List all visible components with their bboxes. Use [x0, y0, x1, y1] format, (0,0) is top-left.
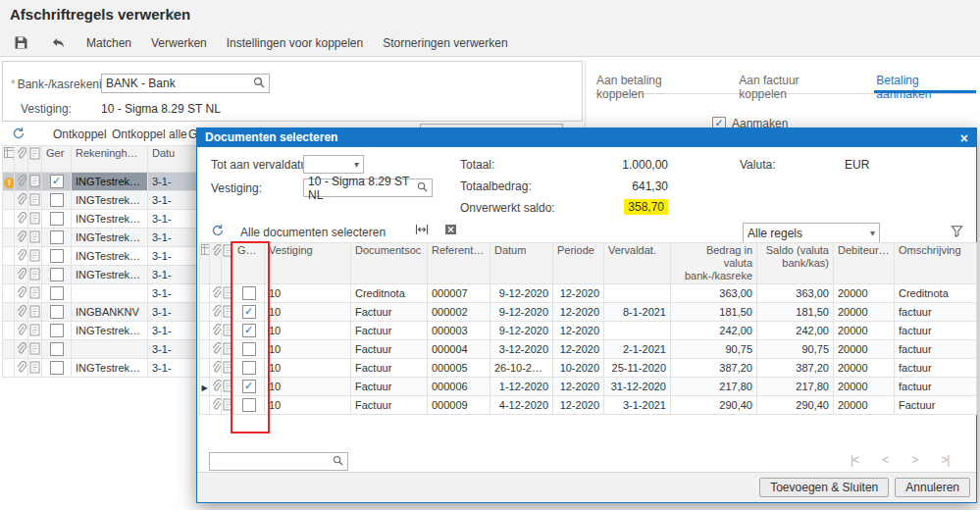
tab-aan-betaling-koppelen[interactable]: Aan betaling koppelen	[594, 71, 711, 93]
attachment-icon[interactable]	[16, 196, 26, 208]
first-page-icon[interactable]: |<	[851, 453, 858, 467]
bank-account-field[interactable]: BANK - Bank	[101, 74, 270, 93]
doc-cell[interactable]: 10	[265, 340, 351, 359]
tab-aan-factuur-koppelen[interactable]: Aan factuur koppelen	[737, 71, 849, 93]
doc-cell[interactable]: 20000	[834, 303, 895, 322]
doc-cell[interactable]: Creditnota	[351, 284, 428, 303]
tab-betaling-aanmaken[interactable]: Betaling aanmaken	[874, 71, 976, 93]
doc-cell[interactable]: 000003	[428, 322, 490, 340]
document-row[interactable]: 10Factuur0000094-12-202012-20203-1-20212…	[200, 396, 977, 415]
doc-cell[interactable]: 290,40	[757, 396, 834, 415]
doc-cell[interactable]: 12-2020	[553, 378, 604, 396]
attachment-icon[interactable]	[16, 215, 26, 227]
doc-cell[interactable]: Factuur	[351, 340, 428, 359]
doc-cell[interactable]: Factuur	[351, 378, 428, 396]
attachment-icon[interactable]	[16, 271, 26, 282]
doc-cell[interactable]: 12-2020	[553, 303, 604, 322]
doc-col-header[interactable]: Datum	[490, 243, 553, 284]
date-cell[interactable]: 3-1-	[148, 359, 197, 378]
doc-cell[interactable]: 363,00	[671, 284, 757, 303]
attachment-icon[interactable]	[211, 327, 222, 338]
doc-cell[interactable]: factuur	[895, 359, 977, 378]
row-checkbox[interactable]	[242, 361, 256, 375]
toolbar-storneringen-verwerken[interactable]: Storneringen verwerken	[383, 36, 507, 50]
date-cell[interactable]: 3-1-	[148, 322, 197, 340]
doc-cell[interactable]: 12-2020	[553, 340, 604, 359]
doc-cell[interactable]: 10	[265, 378, 351, 396]
fit-width-icon[interactable]	[415, 224, 429, 238]
account-cell[interactable]	[72, 284, 148, 303]
account-cell[interactable]	[72, 340, 148, 359]
note-icon[interactable]	[29, 289, 40, 301]
doc-cell[interactable]: 181,50	[757, 303, 834, 322]
attachment-icon[interactable]	[16, 252, 26, 264]
attachment-icon[interactable]	[16, 364, 26, 376]
account-cell[interactable]: INGTestreke...	[72, 247, 148, 266]
account-cell[interactable]: INGTestreke...	[72, 322, 148, 340]
doc-cell[interactable]: 9-12-2020	[490, 284, 553, 303]
account-cell[interactable]: INGTestreke...	[72, 191, 148, 210]
last-page-icon[interactable]: >|	[941, 453, 949, 467]
select-all-documents-button[interactable]: Alle documenten selecteren	[240, 226, 386, 239]
doc-cell[interactable]: 90,75	[757, 340, 834, 359]
document-row[interactable]: 10Factuur00000526-10-202010-202025-11-20…	[200, 359, 977, 378]
doc-cell[interactable]: 10	[265, 303, 351, 322]
attachment-icon[interactable]	[211, 382, 222, 394]
doc-cell[interactable]: 4-12-2020	[490, 396, 553, 415]
row-checkbox[interactable]	[50, 212, 64, 226]
document-row[interactable]: 10Factuur0000039-12-202012-2020242,00242…	[200, 322, 977, 340]
doc-cell[interactable]: 2-1-2021	[604, 340, 671, 359]
row-checkbox[interactable]	[50, 361, 64, 375]
doc-col-header[interactable]: Gese	[233, 243, 265, 284]
account-cell[interactable]: INGTestreke...	[72, 359, 148, 378]
row-checkbox[interactable]	[242, 398, 256, 412]
row-checkbox[interactable]	[50, 230, 64, 244]
toolbar-matchen[interactable]: Matchen	[86, 36, 131, 50]
doc-cell[interactable]: 31-12-2020	[604, 378, 671, 396]
doc-cell[interactable]: Factuur	[351, 322, 428, 340]
doc-cell[interactable]: 10	[265, 359, 351, 378]
row-checkbox[interactable]	[242, 305, 256, 319]
account-cell[interactable]: INGTestreke...	[72, 266, 148, 284]
note-icon[interactable]	[29, 233, 40, 245]
note-icon[interactable]	[29, 345, 40, 357]
doc-col-header[interactable]: Vestiging	[265, 243, 351, 284]
doc-cell[interactable]: 3-12-2020	[490, 340, 553, 359]
date-cell[interactable]: 3-1-	[148, 191, 197, 210]
attachment-icon[interactable]	[211, 401, 222, 413]
row-checkbox[interactable]	[50, 342, 64, 356]
doc-cell[interactable]: 217,80	[671, 378, 757, 396]
doc-cell[interactable]: 000006	[428, 378, 490, 396]
doc-cell[interactable]: factuur	[895, 322, 977, 340]
note-icon[interactable]	[29, 308, 40, 320]
doc-cell[interactable]: 000007	[428, 284, 490, 303]
undo-icon[interactable]	[49, 36, 67, 50]
attachment-icon[interactable]	[16, 178, 26, 189]
attachment-icon[interactable]	[211, 308, 222, 320]
annuleren-button[interactable]: Annuleren	[895, 478, 970, 497]
doc-cell[interactable]: 12-2020	[553, 322, 604, 340]
lookup-magnifier-icon[interactable]	[253, 76, 265, 91]
doc-cell[interactable]: 20000	[834, 396, 895, 415]
doc-cell[interactable]: 10-2020	[553, 359, 604, 378]
doc-cell[interactable]: factuur	[895, 303, 977, 322]
row-checkbox[interactable]	[50, 249, 64, 263]
next-page-icon[interactable]: >	[911, 453, 917, 467]
doc-cell[interactable]: 10	[265, 396, 351, 415]
doc-cell[interactable]: 217,80	[757, 378, 834, 396]
note-icon[interactable]	[29, 215, 40, 227]
row-checkbox[interactable]	[50, 268, 64, 281]
clear-selection-icon[interactable]	[444, 224, 457, 238]
doc-col-header[interactable]: Saldo (valuta bank/kas)	[757, 243, 834, 284]
vervaldatum-combo[interactable]: ▾	[303, 155, 364, 174]
doc-col-header[interactable]: Vervaldat.	[604, 243, 671, 284]
favorite-star-icon[interactable]: ☆	[167, 7, 180, 23]
doc-cell[interactable]: 290,40	[671, 396, 757, 415]
doc-cell[interactable]: 1-12-2020	[490, 378, 553, 396]
refresh-icon[interactable]	[12, 127, 26, 143]
attachment-icon[interactable]	[16, 345, 26, 357]
doc-cell[interactable]: 20000	[834, 340, 895, 359]
doc-cell[interactable]: 10	[265, 284, 351, 303]
doc-cell[interactable]: 20000	[834, 378, 895, 396]
doc-cell[interactable]: Factuur	[351, 396, 428, 415]
